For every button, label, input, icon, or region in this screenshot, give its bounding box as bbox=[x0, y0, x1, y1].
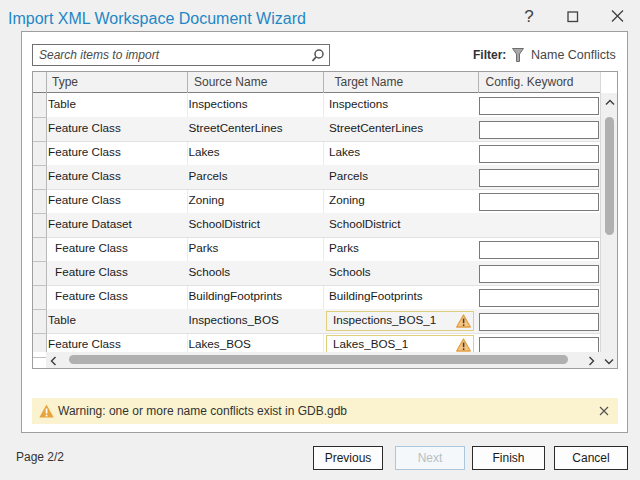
svg-text:?: ? bbox=[524, 7, 533, 26]
